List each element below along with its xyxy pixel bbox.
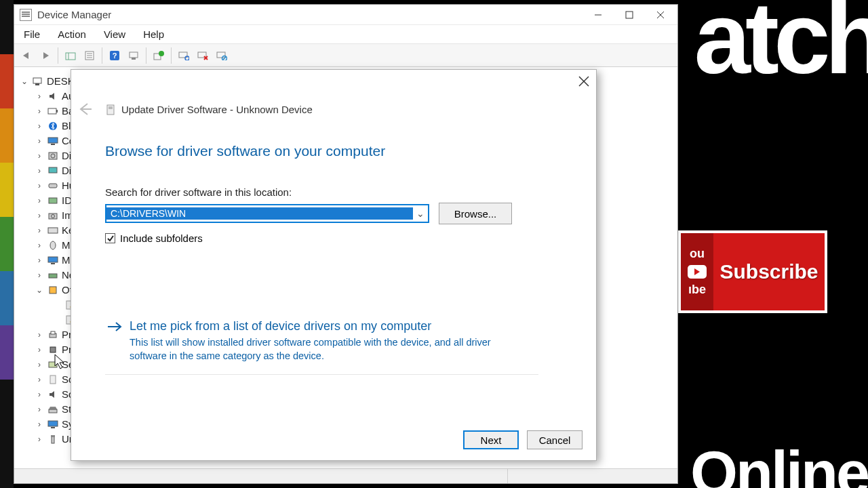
subscribe-label: Subscribe <box>713 260 825 283</box>
svg-rect-64 <box>108 106 113 109</box>
svg-point-15 <box>159 51 164 56</box>
device-icon[interactable] <box>125 47 142 64</box>
svg-rect-35 <box>49 198 57 203</box>
status-bar <box>14 468 677 483</box>
svg-rect-53 <box>49 362 57 367</box>
svg-rect-30 <box>51 144 55 145</box>
let-me-pick-title: Let me pick from a list of device driver… <box>130 319 537 333</box>
svg-rect-12 <box>130 52 138 58</box>
svg-rect-26 <box>48 108 56 114</box>
uninstall-icon[interactable] <box>195 47 211 64</box>
dialog-back-button[interactable] <box>78 102 93 118</box>
bg-text-top: atch <box>694 0 868 97</box>
svg-rect-33 <box>49 167 57 173</box>
update-driver-dialog: Update Driver Software - Unknown Device … <box>71 69 597 461</box>
subscribe-banner[interactable]: ouıbe Subscribe <box>678 230 827 313</box>
browse-button[interactable]: Browse... <box>439 203 512 224</box>
svg-rect-52 <box>50 347 56 352</box>
include-subfolders-checkbox[interactable] <box>105 233 115 243</box>
svg-rect-43 <box>50 287 56 293</box>
let-me-pick-option[interactable]: Let me pick from a list of device driver… <box>105 314 538 375</box>
svg-rect-40 <box>48 257 58 262</box>
svg-rect-25 <box>35 83 39 85</box>
svg-rect-29 <box>48 138 58 143</box>
disable-icon[interactable] <box>214 47 230 64</box>
svg-rect-1 <box>626 12 633 18</box>
menu-file[interactable]: File <box>21 27 43 41</box>
svg-rect-24 <box>33 78 41 83</box>
forward-icon[interactable] <box>37 47 54 64</box>
window-title: Device Manager <box>37 9 111 20</box>
svg-rect-4 <box>66 53 75 60</box>
menu-view[interactable]: View <box>101 27 128 41</box>
youtube-icon: ouıbe <box>681 233 713 310</box>
svg-rect-13 <box>132 58 136 60</box>
dialog-breadcrumb: Update Driver Software - Unknown Device <box>121 104 313 115</box>
chevron-down-icon[interactable]: ⌄ <box>413 208 428 219</box>
svg-rect-59 <box>51 435 55 437</box>
svg-rect-38 <box>48 228 58 233</box>
svg-rect-54 <box>50 375 56 384</box>
svg-point-39 <box>50 241 56 249</box>
toolbar: ? <box>14 44 677 67</box>
app-icon <box>20 9 32 21</box>
menu-action[interactable]: Action <box>55 27 89 41</box>
svg-rect-55 <box>49 409 57 413</box>
driver-path-combobox[interactable]: C:\DRIVERS\WIN ⌄ <box>105 204 429 223</box>
update-driver-icon[interactable] <box>151 47 167 64</box>
svg-text:?: ? <box>113 52 117 60</box>
dialog-heading: Browse for driver software on your compu… <box>105 143 385 159</box>
svg-rect-34 <box>49 184 57 188</box>
cancel-button[interactable]: Cancel <box>527 430 583 449</box>
close-button[interactable] <box>645 5 676 24</box>
bg-text-bottom: Online <box>690 439 868 488</box>
svg-rect-51 <box>51 331 55 334</box>
include-subfolders-label: Include subfolders <box>120 232 203 244</box>
back-icon[interactable] <box>18 47 35 64</box>
svg-rect-41 <box>51 263 55 264</box>
dialog-close-button[interactable] <box>578 75 589 89</box>
scan-icon[interactable] <box>176 47 192 64</box>
device-icon <box>105 104 117 116</box>
menu-help[interactable]: Help <box>140 27 167 41</box>
window-titlebar: Device Manager <box>14 5 677 25</box>
svg-rect-57 <box>51 427 55 428</box>
properties-icon[interactable] <box>81 47 98 64</box>
svg-rect-42 <box>49 274 57 278</box>
rainbow-stripes <box>0 0 14 488</box>
show-hide-icon[interactable] <box>62 47 79 64</box>
svg-rect-56 <box>48 421 58 426</box>
help-icon[interactable]: ? <box>106 47 123 64</box>
svg-rect-21 <box>217 52 225 58</box>
svg-rect-58 <box>52 436 54 443</box>
menu-bar: File Action View Help <box>14 25 677 44</box>
search-location-label: Search for driver software in this locat… <box>105 186 292 198</box>
driver-path-value: C:\DRIVERS\WIN <box>106 207 413 220</box>
arrow-right-icon <box>106 321 123 335</box>
maximize-button[interactable] <box>614 5 645 24</box>
let-me-pick-desc: This list will show installed driver sof… <box>130 336 509 363</box>
svg-rect-27 <box>56 110 58 113</box>
minimize-button[interactable] <box>583 5 614 24</box>
next-button[interactable]: Next <box>463 430 519 449</box>
